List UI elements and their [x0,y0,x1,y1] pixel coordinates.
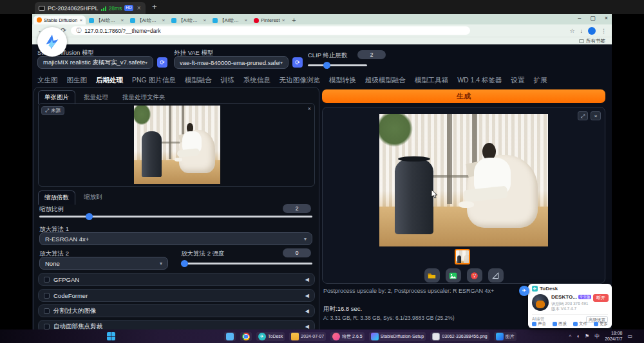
slider-handle[interactable] [181,260,188,267]
taskbar-sd-setup[interactable]: StableDiffusion-Setup [369,332,426,341]
upscaler2-visibility-value[interactable]: 0 [283,248,311,257]
taskbar-folder[interactable]: 2024-07-07 [289,332,326,341]
browser-tab[interactable]: 【AI绘画】模型使用教程_哔哩哔哩 × [86,16,127,24]
new-tab-button[interactable]: + [292,16,296,24]
source-image-dropzone[interactable]: ⤢来源 × [38,103,315,187]
new-session-button[interactable]: + [152,3,157,12]
accordion-gfpgan[interactable]: GFPGAN ◀ [38,273,315,286]
vae-select[interactable]: vae-ft-mse-840000-ema-pruned.safetensors… [174,56,289,69]
model-select[interactable]: majicMIX realistic 麦橘写实_v7.safetensors [… [37,56,153,69]
browser-tab[interactable]: 【AI绘画】高清修复教程_哔哩哔哩 × [209,16,251,24]
tab-close-icon[interactable]: × [282,17,285,23]
slider-handle[interactable] [86,213,93,220]
tab-close-icon[interactable]: × [244,17,247,23]
address-bar[interactable]: ⓘ 127.0.0.1:7860/?__theme=dark [71,26,470,35]
accordion-auto-focal-crop[interactable]: 自动面部焦点剪裁 ◀ [38,320,315,329]
open-folder-button[interactable] [424,268,440,283]
network-icon[interactable]: ⚑ [585,333,589,339]
model-refresh-button[interactable]: ⟳ [157,57,167,68]
clip-skip-value[interactable]: 2 [357,50,386,59]
start-button[interactable] [107,332,115,340]
expand-preview-button[interactable]: ⤢ [578,111,588,120]
result-image[interactable] [379,114,548,246]
window-maximize-button[interactable]: ▢ [590,15,596,21]
slider-handle[interactable] [323,62,330,69]
taskbar-chrome[interactable] [240,332,252,341]
browser-tab[interactable]: 【AI绘画】放大算法对比_哔哩哔哩 × [127,16,168,24]
send-to-img2img-button[interactable] [467,268,482,283]
tab-model-converter[interactable]: 模型转换 [329,76,356,88]
checkbox[interactable] [44,277,50,283]
todesk-chat-bubble[interactable]: ✈ [519,286,529,296]
result-thumbnail[interactable] [455,249,470,264]
subtab-single-image[interactable]: 单张图片 [38,90,75,104]
more-action[interactable]: 更多 [594,321,608,327]
tab-model-toolkit[interactable]: 模型工具箱 [415,76,449,88]
all-bookmarks-button[interactable]: 所有书签 [579,38,605,44]
close-session-icon[interactable]: × [137,5,141,12]
vae-refresh-button[interactable]: ⟳ [292,57,303,68]
mouse-cursor [430,189,439,199]
tray-chevron-icon[interactable]: ^ [569,333,571,339]
disconnect-button[interactable]: 断开 [593,294,609,302]
sound-action[interactable]: 声音 [532,321,546,327]
taskbar-todesk[interactable]: ✈ToDesk [256,332,285,341]
task-view-button[interactable] [224,332,236,341]
tab-close-icon[interactable]: × [162,17,165,23]
checkbox[interactable] [44,324,50,329]
clear-image-button[interactable]: × [308,106,311,112]
subtab-scale-to[interactable]: 缩放到 [78,190,108,205]
site-info-icon[interactable]: ⓘ [76,27,81,34]
collapse-arrow-icon[interactable]: ◀ [305,277,309,283]
tab-close-icon[interactable]: × [120,17,124,23]
subtab-scale-by[interactable]: 缩放倍数 [38,190,75,205]
download-icon[interactable]: ↓ [580,28,583,34]
collapse-arrow-icon[interactable]: ◀ [305,293,309,299]
file-transfer-action[interactable]: 文件 [573,321,587,327]
send-to-extras-button[interactable] [488,268,504,283]
close-preview-button[interactable]: × [591,111,601,120]
clock[interactable]: 18:08 2024/7/7 [605,331,622,341]
volume-icon[interactable]: ◖ [576,333,580,339]
notification-icon[interactable]: ▭ [627,333,632,339]
collapse-arrow-icon[interactable]: ◀ [305,324,309,329]
checkbox[interactable] [44,293,50,299]
resize-value[interactable]: 2 [283,204,311,213]
clip-skip-slider[interactable] [308,64,367,66]
generate-button[interactable]: 生成 [322,89,605,103]
profile-avatar[interactable] [588,27,596,35]
tab-close-icon[interactable]: × [203,17,206,23]
browser-tab-active[interactable]: Stable Diffusion × [33,15,86,24]
tab-wd14-tagger[interactable]: WD 1.4 标签器 [457,76,502,88]
accordion-split-oversized[interactable]: 分割过大的图像 ◀ [38,304,315,317]
system-tray: ^ ◖ ⚑ 中 18:08 2024/7/7 ▭ [569,329,632,343]
tab-settings[interactable]: 设置 [511,76,525,88]
checkbox[interactable] [44,308,50,314]
collapse-arrow-icon[interactable]: ◀ [305,308,309,314]
browser-tab[interactable]: 【AI绘画】后期处理教程_哔哩哔哩 × [168,16,209,24]
tab-extensions[interactable]: 扩展 [534,76,547,88]
subtab-batch-process[interactable]: 批量处理 [78,91,114,104]
remote-session-tab[interactable]: PC-20240625HFPL 28ms HD × [35,2,146,14]
upscaler2-visibility-slider[interactable] [181,263,312,264]
window-close-button[interactable]: × [605,15,608,21]
accordion-codeformer[interactable]: CodeFormer ◀ [38,289,315,302]
browser-tab[interactable]: Pinterest × [251,16,288,24]
taskbar-png-file[interactable]: 03062-336388456.png [430,332,489,341]
upscaler2-select[interactable]: None▾ [39,257,168,270]
resize-slider[interactable] [39,216,312,218]
launcher-logo[interactable] [37,27,67,57]
quality-action[interactable]: 画质 [553,321,567,327]
taskbar-photos[interactable]: 图片 [494,332,516,341]
ime-indicator[interactable]: 中 [594,333,600,340]
subtab-batch-from-directory[interactable]: 批量处理文件夹 [117,91,171,104]
hd-quality-badge[interactable]: HD [124,5,133,11]
tab-close-icon[interactable]: × [79,17,82,23]
taskbar-launcher[interactable]: 绘世 2.6.5 [330,332,365,341]
upscaler1-select[interactable]: R-ESRGAN 4x+▾ [39,232,312,245]
window-minimize-button[interactable]: – [578,15,581,21]
bookmark-star-icon[interactable]: ☆ [569,28,574,34]
tab-supermerger[interactable]: 超级模型融合 [365,76,406,88]
browser-menu-icon[interactable]: ⋮ [601,28,607,34]
save-image-button[interactable] [446,268,461,283]
